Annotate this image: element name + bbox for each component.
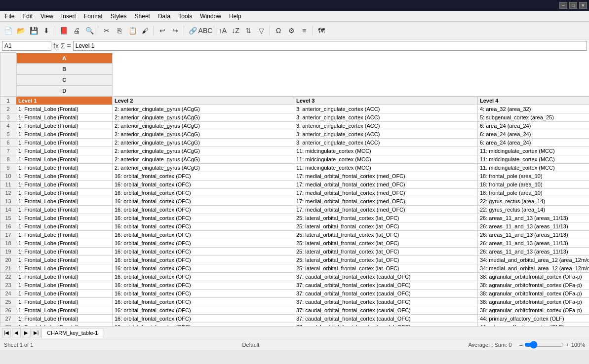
cell-d19[interactable]: 26: areas_11_and_13 (areas_11/13) (478, 247, 589, 255)
function-wizard-icon[interactable]: fx (53, 42, 59, 50)
cell-b6[interactable]: 2: anterior_cingulate_gyrus (ACgG) (113, 138, 294, 146)
cell-b2[interactable]: 2: anterior_cingulate_gyrus (ACgG) (113, 105, 294, 113)
cell-a6[interactable]: 1: Frontal_Lobe (Frontal) (16, 138, 113, 146)
navigator-button[interactable]: 🗺 (315, 24, 327, 37)
cell-d5[interactable]: 6: area_24 (area_24) (478, 130, 589, 138)
cell-a17[interactable]: 1: Frontal_Lobe (Frontal) (16, 230, 113, 239)
cell-d11[interactable]: 18: frontal_pole (area_10) (478, 180, 589, 188)
styles-button[interactable]: ≡ (298, 24, 310, 37)
menu-item-data[interactable]: Data (154, 11, 174, 21)
tab-first-button[interactable]: |◀ (2, 328, 11, 337)
autofilter-button[interactable]: ▽ (255, 24, 267, 37)
cell-c16[interactable]: 25: lateral_orbital_frontal_cortex (lat_… (294, 222, 478, 230)
cell-d14[interactable]: 22: gyrus_rectus (area_14) (478, 205, 589, 214)
cell-a13[interactable]: 1: Frontal_Lobe (Frontal) (16, 197, 113, 205)
save-button[interactable]: 💾 (28, 24, 39, 37)
cell-c1[interactable]: Level 3 (294, 96, 478, 105)
cell-b8[interactable]: 2: anterior_cingulate_gyrus (ACgG) (113, 155, 294, 163)
cell-d28[interactable]: 44: primary_olfactory_cortex (OLF) (478, 323, 589, 326)
sort-button[interactable]: ⇅ (242, 24, 254, 37)
cell-a19[interactable]: 1: Frontal_Lobe (Frontal) (16, 247, 113, 255)
cell-a8[interactable]: 1: Frontal_Lobe (Frontal) (16, 155, 113, 163)
minimize-button[interactable]: – (559, 2, 567, 9)
cell-c27[interactable]: 37: caudal_orbital_frontal_cortex (cauda… (294, 314, 478, 323)
cell-c18[interactable]: 25: lateral_orbital_frontal_cortex (lat_… (294, 239, 478, 247)
cut-button[interactable]: ✂ (101, 24, 113, 37)
cell-d9[interactable]: 11: midcingulate_cortex (MCC) (478, 163, 589, 172)
menu-item-insert[interactable]: Insert (57, 11, 80, 21)
cell-d4[interactable]: 6: area_24 (area_24) (478, 121, 589, 130)
cell-d7[interactable]: 11: midcingulate_cortex (MCC) (478, 146, 589, 155)
cell-a22[interactable]: 1: Frontal_Lobe (Frontal) (16, 272, 113, 281)
cell-d24[interactable]: 38: agranular_orbitofrontal_cortex (OFa-… (478, 289, 589, 297)
cell-a25[interactable]: 1: Frontal_Lobe (Frontal) (16, 297, 113, 306)
cell-a10[interactable]: 1: Frontal_Lobe (Frontal) (16, 172, 113, 180)
menu-item-window[interactable]: Window (196, 11, 225, 21)
cell-d2[interactable]: 4: area_32 (area_32) (478, 105, 589, 113)
cell-d20[interactable]: 34: medial_and_orbital_area_12 (area_12m… (478, 255, 589, 264)
cell-c8[interactable]: 11: midcingulate_cortex (MCC) (294, 155, 478, 163)
sort-desc-button[interactable]: ↓Z (230, 24, 241, 37)
menu-item-edit[interactable]: Edit (18, 11, 37, 21)
cell-b4[interactable]: 2: anterior_cingulate_gyrus (ACgG) (113, 121, 294, 130)
cell-a23[interactable]: 1: Frontal_Lobe (Frontal) (16, 281, 113, 289)
cell-a3[interactable]: 1: Frontal_Lobe (Frontal) (16, 113, 113, 121)
cell-b22[interactable]: 16: orbital_frontal_cortex (OFC) (113, 272, 294, 281)
cell-c5[interactable]: 3: anterior_cingulate_cortex (ACC) (294, 130, 478, 138)
cell-b5[interactable]: 2: anterior_cingulate_gyrus (ACgG) (113, 130, 294, 138)
cell-c28[interactable]: 37: caudal_orbital_frontal_cortex (cauda… (294, 323, 478, 326)
cell-c9[interactable]: 11: midcingulate_cortex (MCC) (294, 163, 478, 172)
cell-b3[interactable]: 2: anterior_cingulate_gyrus (ACgG) (113, 113, 294, 121)
cell-a27[interactable]: 1: Frontal_Lobe (Frontal) (16, 314, 113, 323)
cell-b10[interactable]: 16: orbital_frontal_cortex (OFC) (113, 172, 294, 180)
cell-c25[interactable]: 37: caudal_orbital_frontal_cortex (cauda… (294, 297, 478, 306)
cell-a20[interactable]: 1: Frontal_Lobe (Frontal) (16, 255, 113, 264)
tab-last-button[interactable]: ▶| (32, 328, 40, 337)
menu-item-sheet[interactable]: Sheet (131, 11, 154, 21)
cell-c15[interactable]: 25: lateral_orbital_frontal_cortex (lat_… (294, 214, 478, 222)
col-header-a[interactable]: A (16, 53, 113, 64)
cell-a28[interactable]: 1: Frontal_Lobe (Frontal) (16, 323, 113, 326)
cell-d3[interactable]: 5: subgenual_cortex (area_25) (478, 113, 589, 121)
cell-d21[interactable]: 34: medial_and_orbital_area_12 (area_12m… (478, 264, 589, 272)
cell-a7[interactable]: 1: Frontal_Lobe (Frontal) (16, 146, 113, 155)
cell-d25[interactable]: 38: agranular_orbitofrontal_cortex (OFa-… (478, 297, 589, 306)
zoom-slider[interactable] (524, 341, 564, 349)
cell-c21[interactable]: 25: lateral_orbital_frontal_cortex (lat_… (294, 264, 478, 272)
cell-a26[interactable]: 1: Frontal_Lobe (Frontal) (16, 306, 113, 314)
cell-a11[interactable]: 1: Frontal_Lobe (Frontal) (16, 180, 113, 188)
cell-d12[interactable]: 18: frontal_pole (area_10) (478, 188, 589, 197)
cell-c2[interactable]: 3: anterior_cingulate_cortex (ACC) (294, 105, 478, 113)
sort-asc-button[interactable]: ↑A (217, 24, 229, 37)
sheet-tab-1[interactable]: CHARM_key_table-1 (41, 328, 103, 338)
cell-a1[interactable]: Level 1 (16, 96, 113, 105)
cell-b21[interactable]: 16: orbital_frontal_cortex (OFC) (113, 264, 294, 272)
cell-b18[interactable]: 16: orbital_frontal_cortex (OFC) (113, 239, 294, 247)
macro-button[interactable]: ⚙ (285, 24, 297, 37)
col-header-b[interactable]: B (16, 64, 113, 74)
menu-item-file[interactable]: File (1, 11, 18, 21)
tab-next-button[interactable]: ▶ (22, 328, 31, 337)
cell-b25[interactable]: 16: orbital_frontal_cortex (OFC) (113, 297, 294, 306)
cell-b7[interactable]: 2: anterior_cingulate_gyrus (ACgG) (113, 146, 294, 155)
cell-d15[interactable]: 26: areas_11_and_13 (areas_11/13) (478, 214, 589, 222)
cell-a15[interactable]: 1: Frontal_Lobe (Frontal) (16, 214, 113, 222)
cell-d16[interactable]: 26: areas_11_and_13 (areas_11/13) (478, 222, 589, 230)
menu-item-help[interactable]: Help (225, 11, 245, 21)
save-remote-button[interactable]: ⬇ (40, 24, 52, 37)
cell-c6[interactable]: 3: anterior_cingulate_cortex (ACC) (294, 138, 478, 146)
maximize-button[interactable]: □ (569, 2, 577, 9)
cell-a2[interactable]: 1: Frontal_Lobe (Frontal) (16, 105, 113, 113)
cell-d8[interactable]: 11: midcingulate_cortex (MCC) (478, 155, 589, 163)
scroll-area[interactable]: A B C D 1 Level 1 Level 2 Level 3 Level … (0, 52, 589, 326)
cell-d1[interactable]: Level 4 (478, 96, 589, 105)
cell-b24[interactable]: 16: orbital_frontal_cortex (OFC) (113, 289, 294, 297)
cell-d27[interactable]: 44: primary_olfactory_cortex (OLF) (478, 314, 589, 323)
new-button[interactable]: 📄 (2, 24, 14, 37)
cell-b15[interactable]: 16: orbital_frontal_cortex (OFC) (113, 214, 294, 222)
cell-c14[interactable]: 17: medial_orbital_frontal_cortex (med_O… (294, 205, 478, 214)
equals-icon[interactable]: = (67, 42, 71, 50)
cell-a12[interactable]: 1: Frontal_Lobe (Frontal) (16, 188, 113, 197)
cell-b28[interactable]: 16: orbital_frontal_cortex (OFC) (113, 323, 294, 326)
paste-button[interactable]: 📋 (126, 24, 138, 37)
